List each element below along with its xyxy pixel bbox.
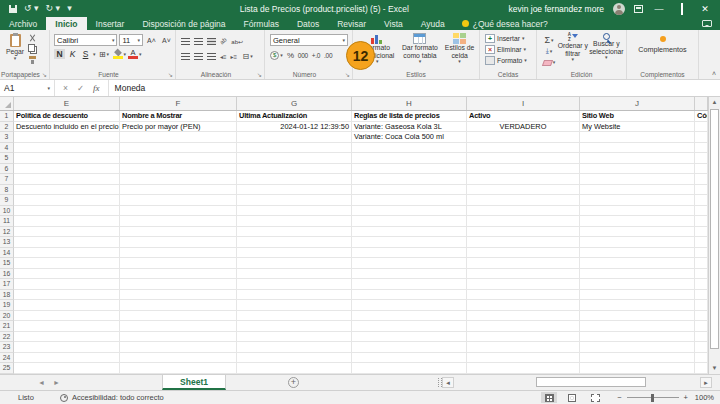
cell-E13[interactable] [14, 237, 120, 248]
restore-button[interactable] [675, 4, 689, 14]
bold-button[interactable]: N [54, 49, 65, 59]
paste-button[interactable]: Pegar ▾ [2, 32, 28, 64]
cell-J20[interactable] [580, 311, 695, 322]
cell-F5[interactable] [120, 153, 237, 164]
row-header-9[interactable]: 9 [0, 195, 14, 206]
cell-H6[interactable] [352, 164, 467, 175]
cell-E7[interactable] [14, 174, 120, 185]
cell-K17[interactable] [695, 279, 708, 290]
cell-F20[interactable] [120, 311, 237, 322]
cell-H7[interactable] [352, 174, 467, 185]
cell-I20[interactable] [467, 311, 580, 322]
align-middle-icon[interactable] [194, 38, 203, 45]
cell-G18[interactable] [237, 290, 352, 301]
ribbon-display-options-icon[interactable] [634, 5, 643, 13]
cell-J3[interactable] [580, 132, 695, 143]
dialog-launcher-icon[interactable]: ↘ [257, 71, 262, 78]
cell-J8[interactable] [580, 185, 695, 196]
row-header-12[interactable]: 12 [0, 227, 14, 238]
cell-K22[interactable] [695, 332, 708, 343]
cell-G13[interactable] [237, 237, 352, 248]
tab-vista[interactable]: Vista [375, 17, 412, 30]
cell-G24[interactable] [237, 353, 352, 364]
decrease-indent-icon[interactable]: ◂≡ [220, 53, 227, 60]
column-header-H[interactable]: H [352, 97, 467, 110]
cell-H23[interactable] [352, 342, 467, 353]
merge-center-icon[interactable]: ⊟▾ [241, 50, 254, 62]
row-header-4[interactable]: 4 [0, 143, 14, 154]
cell-E17[interactable] [14, 279, 120, 290]
row-header-5[interactable]: 5 [0, 153, 14, 164]
save-icon[interactable] [9, 5, 17, 13]
cell-J14[interactable] [580, 248, 695, 259]
align-right-icon[interactable] [207, 53, 216, 60]
clear-icon[interactable]: ▾ [541, 58, 557, 68]
cell-H14[interactable] [352, 248, 467, 259]
cell-K6[interactable] [695, 164, 708, 175]
row-header-18[interactable]: 18 [0, 290, 14, 301]
cell-G10[interactable] [237, 206, 352, 217]
decrease-decimal-icon[interactable]: .00 [324, 52, 332, 59]
cell-F23[interactable] [120, 342, 237, 353]
tab-inicio[interactable]: Inicio [46, 17, 86, 30]
cell-F11[interactable] [120, 216, 237, 227]
cell-I16[interactable] [467, 269, 580, 280]
fill-color-icon[interactable]: ▾ [113, 48, 127, 60]
cell-H8[interactable] [352, 185, 467, 196]
cell-I5[interactable] [467, 153, 580, 164]
close-button[interactable]: ✕ [698, 4, 712, 14]
column-header-J[interactable]: J [580, 97, 695, 110]
cell-E20[interactable] [14, 311, 120, 322]
cell-J12[interactable] [580, 227, 695, 238]
column-header-F[interactable]: F [120, 97, 237, 110]
cell-J17[interactable] [580, 279, 695, 290]
cell-J5[interactable] [580, 153, 695, 164]
font-color-icon[interactable]: A▾ [128, 48, 142, 60]
comma-style-icon[interactable]: 000 [298, 52, 308, 59]
cell-H22[interactable] [352, 332, 467, 343]
cell-I17[interactable] [467, 279, 580, 290]
cell-J4[interactable] [580, 143, 695, 154]
column-header-E[interactable]: E [14, 97, 120, 110]
cell-G25[interactable] [237, 363, 352, 374]
cell-I10[interactable] [467, 206, 580, 217]
cell-H2[interactable]: Variante: Gaseosa Kola 3L [352, 122, 467, 133]
cell-styles-button[interactable]: Estilos de celda ▾ [442, 32, 477, 68]
font-name-select[interactable]: Calibri▾ [54, 34, 117, 46]
scroll-up-icon[interactable]: ▲ [709, 97, 720, 108]
cell-J23[interactable] [580, 342, 695, 353]
comments-icon[interactable] [702, 20, 712, 27]
cell-F18[interactable] [120, 290, 237, 301]
cell-J19[interactable] [580, 300, 695, 311]
grow-font-icon[interactable]: A˄ [145, 34, 158, 46]
copy-icon[interactable] [28, 44, 35, 52]
cell-F4[interactable] [120, 143, 237, 154]
tab-disposici-n-de-p-gina[interactable]: Disposición de página [133, 17, 234, 30]
cell-F6[interactable] [120, 164, 237, 175]
cell-E5[interactable] [14, 153, 120, 164]
cell-G1[interactable]: Ultima Actualización [237, 111, 352, 122]
cell-H18[interactable] [352, 290, 467, 301]
cell-E25[interactable] [14, 363, 120, 374]
shrink-font-icon[interactable]: A˅ [160, 34, 173, 46]
zoom-in-icon[interactable]: + [684, 393, 688, 402]
cell-F25[interactable] [120, 363, 237, 374]
qat-customize-icon[interactable]: ▾ [67, 4, 72, 13]
cell-E8[interactable] [14, 185, 120, 196]
cell-K15[interactable] [695, 258, 708, 269]
cell-E11[interactable] [14, 216, 120, 227]
cell-E16[interactable] [14, 269, 120, 280]
cell-I13[interactable] [467, 237, 580, 248]
cell-F17[interactable] [120, 279, 237, 290]
cell-H5[interactable] [352, 153, 467, 164]
align-top-icon[interactable] [181, 38, 190, 45]
cell-G9[interactable] [237, 195, 352, 206]
vertical-scroll-thumb[interactable] [710, 109, 719, 349]
row-header-7[interactable]: 7 [0, 174, 14, 185]
dialog-launcher-icon[interactable]: ↘ [345, 71, 350, 78]
cell-I24[interactable] [467, 353, 580, 364]
align-left-icon[interactable] [181, 53, 190, 60]
column-header-partial[interactable] [695, 97, 708, 110]
cell-H9[interactable] [352, 195, 467, 206]
cell-F13[interactable] [120, 237, 237, 248]
